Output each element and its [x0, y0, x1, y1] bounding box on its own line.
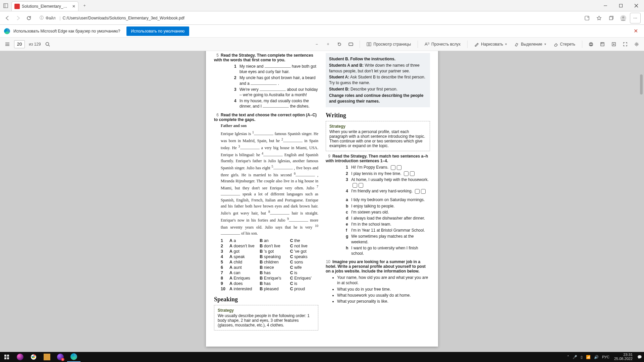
pdf-fullscreen-button[interactable]: [621, 40, 630, 49]
ex6-options: 1A aB anC the2A doesn't liveB don't live…: [221, 238, 318, 291]
tab-title: Solutions_Elementary_3ed_Work: [22, 4, 69, 9]
ex9-option-item: fI'm in Year 11 at Bristol Grammar Schoo…: [346, 228, 430, 233]
ex10-head: Imagine you are looking for a summer job…: [326, 259, 426, 274]
answer-box[interactable]: [397, 165, 401, 170]
window-controls: [598, 0, 644, 11]
pdf-page-view-button[interactable]: Просмотр страницы: [364, 40, 414, 49]
tray-clock[interactable]: 23:31 25.08.2022: [614, 353, 633, 361]
pairwork-panel: Student B. Follow the instructions. Stud…: [326, 53, 430, 107]
ex10-bullet: What housework you usually do at home.: [337, 293, 430, 298]
taskbar-app-4[interactable]: 3: [54, 352, 67, 362]
svg-rect-20: [590, 43, 592, 44]
writing-strategy-box: Strategy When you write a personal profi…: [326, 121, 430, 151]
answer-box[interactable]: [415, 189, 420, 194]
tray-chevron-icon[interactable]: ˄: [567, 355, 569, 359]
new-tab-button[interactable]: ＋: [80, 0, 89, 11]
pdf-rotate-button[interactable]: [335, 40, 344, 49]
site-info-icon[interactable]: ⓘ: [40, 15, 44, 21]
ex9-option-item: eI'm in the school team.: [346, 222, 430, 227]
answer-box[interactable]: [391, 165, 395, 170]
tray-volume-icon[interactable]: 🔊: [594, 355, 599, 359]
nav-back-button[interactable]: [2, 13, 13, 23]
windows-taskbar[interactable]: 3 ˄ 🎤 ▯ 📶 🔊 РУС 23:31 25.08.2022 💬: [0, 352, 644, 362]
svg-point-25: [636, 43, 637, 45]
pdf-page-input[interactable]: [14, 40, 25, 48]
pdf-draw-button[interactable]: Нарисовать ▾: [472, 40, 509, 49]
right-column: Student B. Follow the instructions. Stud…: [326, 53, 430, 333]
pdf-fit-button[interactable]: [346, 40, 356, 49]
banner-close-button[interactable]: ✕: [631, 28, 640, 34]
address-path: C:/Users/user/Downloads/Solutions_Elemen…: [63, 16, 184, 20]
svg-rect-0: [4, 3, 8, 7]
answer-box[interactable]: [404, 171, 409, 176]
browser-tab-active[interactable]: Solutions_Elementary_3ed_Work ✕: [11, 1, 78, 11]
window-minimize-button[interactable]: [598, 0, 613, 11]
profile-icon[interactable]: [618, 13, 629, 23]
tray-wifi-icon[interactable]: 📶: [586, 355, 591, 359]
favorites-icon[interactable]: [594, 13, 604, 23]
taskbar-edge[interactable]: [67, 352, 80, 362]
tab-close-button[interactable]: ✕: [72, 4, 75, 9]
ex6-head: Read the text and choose the correct opt…: [214, 113, 317, 122]
pdf-contents-button[interactable]: [3, 40, 12, 49]
taskbar-app-1[interactable]: [13, 352, 27, 362]
collections-icon[interactable]: [606, 13, 616, 23]
ex6-text: Enrique Iglesias is 1 famous Spanish sin…: [221, 130, 318, 236]
settings-more-button[interactable]: ⋯: [630, 13, 641, 23]
tray-language[interactable]: РУС: [602, 355, 609, 359]
ex9-option-item: bI enjoy talking to people.: [346, 203, 430, 209]
answer-box[interactable]: [410, 171, 415, 176]
ex5-item: 4In my house, my dad usually cooks the d…: [234, 98, 318, 109]
pdf-zoom-out-button[interactable]: −: [312, 40, 321, 49]
ex9-intro-item: 3At home, I usually help with the housew…: [346, 177, 430, 188]
system-tray[interactable]: ˄ 🎤 ▯ 📶 🔊 РУС 23:31 25.08.2022 💬: [565, 353, 644, 361]
pdf-toolbar: из 129 − ＋ Просмотр страницы A)) Прочест…: [0, 38, 644, 51]
speaking-strategy-box: Strategy We usually describe people in t…: [214, 305, 318, 330]
ex10-bullet: What you do in your free time.: [337, 287, 430, 292]
svg-rect-17: [367, 43, 369, 46]
tray-battery-icon[interactable]: ▯: [581, 355, 583, 359]
pdf-erase-button[interactable]: Стереть: [551, 40, 578, 49]
svg-rect-16: [349, 43, 353, 46]
ex5-item: 3We're very about our holiday – we're go…: [234, 87, 318, 98]
start-button[interactable]: [0, 352, 13, 362]
ex9-intro-items: 1Hi! I'm Poppy Evans. 2I play tennis in …: [332, 165, 430, 194]
tray-mic-icon[interactable]: 🎤: [573, 355, 577, 359]
answer-box[interactable]: [353, 183, 357, 188]
chevron-down-icon: ▾: [505, 42, 507, 46]
taskbar-chrome[interactable]: [27, 352, 40, 362]
pdf-read-aloud-button[interactable]: A)) Прочесть вслух: [422, 40, 463, 49]
scrollbar[interactable]: [639, 51, 643, 352]
pdf-find-button[interactable]: [43, 40, 52, 49]
answer-box[interactable]: [421, 189, 426, 194]
pdf-highlight-button[interactable]: Выделение ▾: [512, 40, 549, 49]
answer-box[interactable]: [359, 183, 363, 188]
svg-point-10: [622, 16, 624, 18]
ex5-head: Read the Strategy. Then complete the sen…: [214, 53, 313, 62]
pdf-save-button[interactable]: [598, 40, 607, 49]
svg-rect-29: [7, 357, 9, 359]
pdf-saveas-button[interactable]: [609, 40, 619, 49]
pdf-zoom-in-button[interactable]: ＋: [323, 40, 333, 49]
tracking-prevention-icon[interactable]: [582, 13, 592, 23]
ex5-items: 1My niece and have both got blue eyes an…: [221, 64, 318, 109]
nav-forward-button[interactable]: [13, 13, 23, 23]
svg-rect-3: [620, 4, 623, 7]
svg-rect-8: [609, 17, 612, 20]
svg-rect-27: [7, 355, 9, 357]
window-maximize-button[interactable]: [613, 0, 629, 11]
ex9-option-item: aI tidy my bedroom on Saturday mornings.: [346, 197, 430, 202]
tab-actions-button[interactable]: [0, 0, 11, 11]
address-field[interactable]: ⓘ Файл | C:/Users/user/Downloads/Solutio…: [36, 13, 580, 23]
banner-accept-button[interactable]: Использовать по умолчанию: [126, 26, 190, 36]
nav-refresh-button[interactable]: [23, 13, 34, 23]
ex9-head: Read the Strategy. Then match two senten…: [326, 154, 428, 163]
pdf-viewer[interactable]: 5Read the Strategy. Then complete the se…: [0, 51, 644, 352]
taskbar-app-3[interactable]: [40, 352, 54, 362]
pdf-settings-button[interactable]: [632, 40, 641, 49]
svg-point-14: [46, 42, 49, 45]
window-close-button[interactable]: [629, 0, 644, 11]
pdf-print-button[interactable]: [586, 40, 596, 49]
tray-notifications-icon[interactable]: 💬: [637, 355, 642, 359]
title-bar: Solutions_Elementary_3ed_Work ✕ ＋: [0, 0, 644, 11]
